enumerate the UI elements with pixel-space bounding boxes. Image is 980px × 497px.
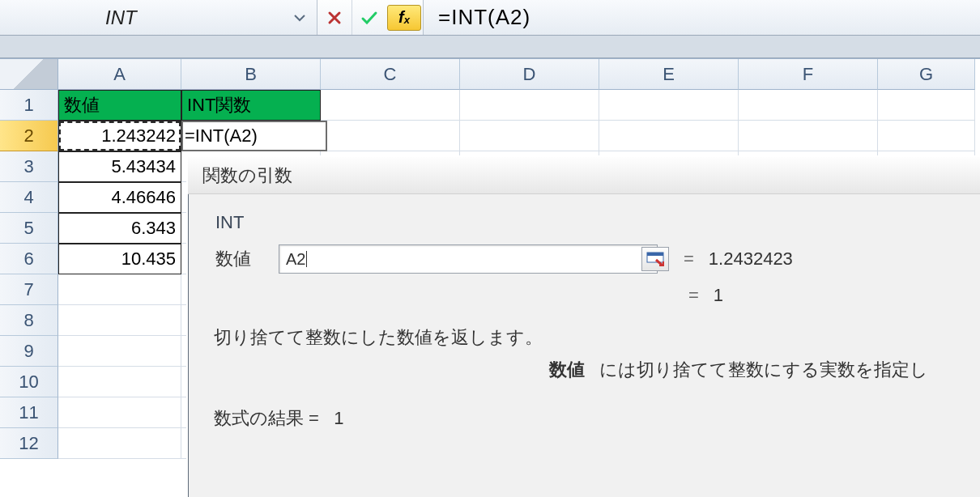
row-header-6[interactable]: 6 bbox=[0, 244, 58, 274]
formula-result: 数式の結果 = 1 bbox=[214, 406, 960, 431]
cell-B2[interactable]: =INT(A2) bbox=[181, 121, 327, 151]
row-header-10[interactable]: 10 bbox=[0, 367, 58, 397]
cell-F2[interactable] bbox=[739, 121, 878, 151]
result-value: 1 bbox=[334, 408, 343, 428]
argument-desc-text: には切り捨てて整数にする実数を指定し bbox=[599, 359, 928, 380]
col-header-C[interactable]: C bbox=[321, 59, 460, 90]
row-header-7[interactable]: 7 bbox=[0, 274, 58, 305]
name-box[interactable]: INT bbox=[105, 6, 137, 29]
cancel-icon[interactable] bbox=[317, 0, 352, 35]
equals-icon: = bbox=[688, 285, 699, 306]
equals-icon: = bbox=[684, 248, 694, 270]
formula-input[interactable]: =INT(A2) bbox=[424, 5, 530, 30]
cell-A6[interactable]: 10.435 bbox=[58, 244, 181, 274]
function-description: 切り捨てて整数にした数値を返します。 bbox=[214, 325, 960, 350]
name-box-dropdown-icon[interactable] bbox=[291, 0, 309, 35]
row-header-3[interactable]: 3 bbox=[0, 151, 58, 182]
cell-A4[interactable]: 4.46646 bbox=[58, 182, 181, 213]
argument-description: 数値 には切り捨てて整数にする実数を指定し bbox=[549, 358, 960, 382]
row-header-2[interactable]: 2 bbox=[0, 121, 58, 151]
cell-C1[interactable] bbox=[321, 90, 460, 121]
row-header-9[interactable]: 9 bbox=[0, 336, 58, 367]
cell-A7[interactable] bbox=[58, 274, 181, 305]
row-header-11[interactable]: 11 bbox=[0, 397, 58, 428]
row-header-4[interactable]: 4 bbox=[0, 182, 58, 213]
argument-value: A2 bbox=[286, 250, 305, 269]
svg-rect-1 bbox=[647, 253, 663, 256]
cell-G1[interactable] bbox=[878, 90, 975, 121]
formula-controls: fx bbox=[317, 0, 424, 35]
col-header-D[interactable]: D bbox=[460, 59, 599, 90]
cell-B1[interactable]: INT関数 bbox=[181, 90, 321, 121]
col-header-E[interactable]: E bbox=[599, 59, 739, 90]
row-header-12[interactable]: 12 bbox=[0, 428, 58, 459]
name-box-container: INT bbox=[0, 0, 317, 35]
cell-A2[interactable]: 1.243242 bbox=[58, 121, 181, 151]
cell-D2[interactable] bbox=[460, 121, 599, 151]
argument-desc-label: 数値 bbox=[549, 359, 585, 380]
argument-row: 数値 A2 = 1.2432423 bbox=[215, 244, 960, 274]
col-header-B[interactable]: B bbox=[181, 59, 321, 90]
select-all-corner[interactable] bbox=[0, 59, 58, 90]
enter-icon[interactable] bbox=[352, 0, 386, 35]
caret-icon bbox=[306, 251, 307, 267]
row-header-5[interactable]: 5 bbox=[0, 213, 58, 244]
argument-label: 数値 bbox=[215, 247, 264, 271]
cell-E2[interactable] bbox=[599, 121, 739, 151]
col-header-F[interactable]: F bbox=[739, 59, 878, 90]
row-header-8[interactable]: 8 bbox=[0, 305, 58, 336]
function-eval: 1 bbox=[714, 285, 723, 306]
argument-eval: 1.2432423 bbox=[709, 248, 793, 270]
argument-input[interactable]: A2 bbox=[279, 244, 658, 274]
cell-C2[interactable] bbox=[321, 121, 460, 151]
formula-bar: INT fx =INT(A2) bbox=[0, 0, 980, 36]
function-eval-row: = 1 bbox=[688, 285, 960, 306]
cell-D1[interactable] bbox=[460, 90, 599, 121]
col-header-G[interactable]: G bbox=[878, 59, 975, 90]
function-arguments-dialog: 関数の引数 INT 数値 A2 = 1.2432423 = 1 bbox=[186, 155, 980, 497]
col-header-A[interactable]: A bbox=[58, 59, 181, 90]
cell-F1[interactable] bbox=[739, 90, 878, 121]
cell-G2[interactable] bbox=[878, 121, 975, 151]
row-header-1[interactable]: 1 bbox=[0, 90, 58, 121]
function-name: INT bbox=[215, 212, 960, 233]
cell-A1[interactable]: 数値 bbox=[58, 90, 181, 121]
toolbar-strip bbox=[0, 36, 980, 58]
cell-A3[interactable]: 5.43434 bbox=[58, 151, 181, 182]
fx-icon[interactable]: fx bbox=[387, 5, 421, 31]
cell-A5[interactable]: 6.343 bbox=[58, 213, 181, 244]
range-select-button[interactable] bbox=[641, 247, 669, 271]
dialog-body: INT 数値 A2 = 1.2432423 = 1 切り捨てて整数にした数値を bbox=[188, 194, 980, 442]
cell-E1[interactable] bbox=[599, 90, 739, 121]
dialog-title: 関数の引数 bbox=[188, 157, 980, 194]
result-label: 数式の結果 = bbox=[214, 408, 319, 428]
